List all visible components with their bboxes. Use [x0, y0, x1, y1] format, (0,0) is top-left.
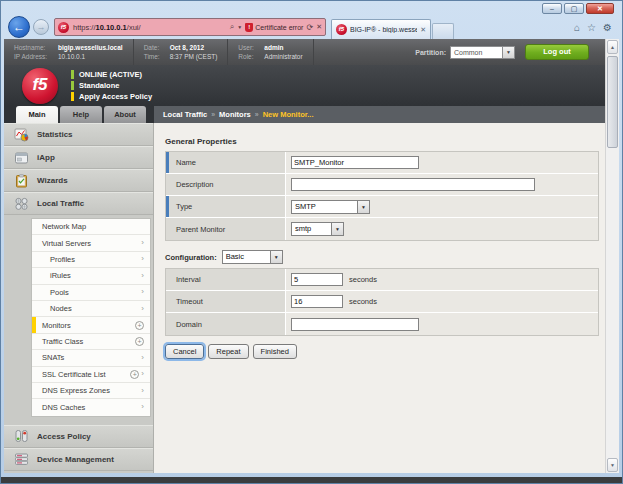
sidebar-item-traffic-class[interactable]: Traffic Class +	[32, 334, 150, 350]
sidebar-item-ssl-certificate-list[interactable]: SSL Certificate List +›	[32, 367, 150, 383]
tab-main[interactable]: Main	[16, 106, 58, 123]
status-online-label: ONLINE (ACTIVE)	[79, 70, 142, 79]
sidebar-item-iapp[interactable]: iApp	[4, 146, 153, 169]
scroll-down-icon[interactable]: ▼	[607, 458, 618, 472]
masthead: f5 ONLINE (ACTIVE) Standalone Apply Acce…	[4, 65, 605, 106]
chevron-right-icon[interactable]: ›	[141, 370, 144, 378]
chevron-down-icon[interactable]: ▼	[331, 222, 344, 236]
chevron-right-icon[interactable]: ›	[141, 354, 144, 362]
time-label: Time:	[144, 53, 166, 61]
table-row-parent-monitor: Parent Monitor smtp ▼	[166, 218, 598, 240]
timeout-input[interactable]	[291, 295, 343, 308]
tab-help[interactable]: Help	[60, 106, 102, 123]
statistics-icon	[14, 128, 29, 142]
repeat-button[interactable]: Repeat	[208, 344, 248, 359]
chevron-right-icon[interactable]: ›	[141, 288, 144, 296]
back-button[interactable]: ←	[8, 16, 30, 38]
device-status-list: ONLINE (ACTIVE) Standalone Apply Access …	[71, 70, 152, 101]
chevron-right-icon[interactable]: ›	[141, 387, 144, 395]
main-content: General Properties Name Description	[154, 123, 605, 473]
chevron-right-icon[interactable]: ›	[141, 403, 144, 411]
type-select[interactable]: SMTP ▼	[291, 200, 370, 214]
breadcrumb-monitors[interactable]: Monitors	[219, 110, 251, 119]
sidebar-item-virtual-servers[interactable]: Virtual Servers ›	[32, 235, 150, 251]
sidebar-item-access-policy[interactable]: Access Policy	[4, 425, 153, 448]
interval-input[interactable]	[291, 273, 343, 286]
site-favicon: f5	[58, 22, 69, 33]
sidebar-item-statistics[interactable]: Statistics	[4, 123, 153, 146]
finished-button[interactable]: Finished	[253, 344, 297, 359]
scrollbar-thumb[interactable]	[607, 56, 618, 148]
status-apply-access-policy-label[interactable]: Apply Access Policy	[79, 92, 152, 101]
browser-tab[interactable]: f5 BIG-IP® - bigip.wesselius.l... ✕	[331, 19, 431, 39]
domain-label: Domain	[166, 313, 286, 335]
url-host: 10.10.0.1	[96, 23, 127, 32]
logout-button[interactable]: Log out	[525, 44, 589, 60]
add-traffic-class-icon[interactable]: +	[135, 337, 144, 346]
forward-button[interactable]: →	[33, 19, 49, 35]
minimize-icon[interactable]: –	[542, 3, 562, 14]
f5-logo[interactable]: f5	[22, 68, 58, 104]
vertical-scrollbar[interactable]: ▲ ▼	[605, 39, 619, 473]
url-scheme: https://	[73, 23, 96, 32]
stop-icon[interactable]: ✕	[316, 23, 322, 31]
chevron-right-icon[interactable]: ›	[141, 255, 144, 263]
chevron-down-icon[interactable]: ▼	[270, 250, 283, 264]
sidebar-item-snats[interactable]: SNATs ›	[32, 350, 150, 366]
add-ssl-certificate-icon[interactable]: +	[130, 370, 139, 379]
chevron-down-icon[interactable]: ▼	[357, 200, 370, 214]
partition-select[interactable]: Common ▼	[450, 46, 515, 59]
home-icon[interactable]: ⌂	[574, 22, 580, 33]
cancel-button[interactable]: Cancel	[165, 344, 204, 359]
breadcrumb-local-traffic[interactable]: Local Traffic	[163, 110, 207, 119]
sidebar-item-local-traffic[interactable]: Local Traffic	[4, 192, 153, 215]
submenu-label: Nodes	[50, 304, 141, 313]
user-value: admin	[264, 44, 283, 52]
chevron-right-icon[interactable]: ›	[141, 305, 144, 313]
sidebar-item-pools[interactable]: Pools ›	[32, 285, 150, 301]
time-value: 8:37 PM (CEST)	[170, 53, 218, 61]
chevron-down-icon[interactable]: ▼	[502, 46, 515, 59]
sidebar-item-dns-caches[interactable]: DNS Caches ›	[32, 399, 150, 415]
sidebar-item-profiles[interactable]: Profiles ›	[32, 252, 150, 268]
type-select-value: SMTP	[291, 200, 357, 214]
user-label: User:	[238, 44, 260, 52]
tab-close-icon[interactable]: ✕	[420, 26, 426, 34]
description-input[interactable]	[291, 178, 535, 191]
domain-input[interactable]	[291, 318, 419, 331]
name-input[interactable]	[291, 156, 419, 169]
submenu-label: Traffic Class	[42, 337, 135, 346]
sidebar-item-device-management[interactable]: Device Management	[4, 448, 153, 471]
access-policy-icon	[14, 429, 29, 443]
sidebar-item-network-map[interactable]: Network Map	[32, 219, 150, 235]
refresh-icon[interactable]: ⟳	[306, 23, 313, 32]
parent-monitor-select[interactable]: smtp ▼	[291, 222, 344, 236]
maximize-icon[interactable]: ▢	[564, 3, 584, 14]
ip-label: IP Address:	[14, 53, 54, 61]
certificate-error-badge[interactable]: ! Certificate error	[245, 23, 303, 32]
settings-icon[interactable]: ⚙	[603, 22, 612, 33]
sidebar-item-irules[interactable]: iRules ›	[32, 268, 150, 284]
new-tab-button[interactable]	[432, 23, 454, 39]
favorites-icon[interactable]: ☆	[587, 22, 596, 33]
sidebar-item-dns-express-zones[interactable]: DNS Express Zones ›	[32, 383, 150, 399]
sidebar-item-wizards[interactable]: Wizards	[4, 169, 153, 192]
sidebar-item-nodes[interactable]: Nodes ›	[32, 301, 150, 317]
user-group: User:admin Role:Administrator	[228, 39, 313, 65]
url-text[interactable]: https://10.10.0.1/xui/	[73, 23, 230, 32]
tab-about[interactable]: About	[104, 106, 146, 123]
chevron-right-icon[interactable]: ›	[141, 239, 144, 247]
scroll-up-icon[interactable]: ▲	[607, 40, 618, 54]
search-dropdown-icon[interactable]: ▼	[237, 24, 242, 30]
submenu-label: Network Map	[42, 222, 144, 231]
title-bar: – ▢ ✕	[1, 1, 622, 15]
close-window-icon[interactable]: ✕	[586, 3, 614, 14]
address-bar[interactable]: f5 https://10.10.0.1/xui/ ⌕ ▼ ! Certific…	[54, 18, 326, 36]
configuration-mode-row: Configuration: Basic ▼	[165, 250, 605, 264]
configuration-select[interactable]: Basic ▼	[222, 250, 283, 264]
sidebar-item-monitors[interactable]: Monitors +	[32, 317, 150, 333]
search-icon[interactable]: ⌕	[230, 22, 234, 32]
window-controls: – ▢ ✕	[542, 3, 614, 14]
chevron-right-icon[interactable]: ›	[141, 272, 144, 280]
add-monitor-icon[interactable]: +	[135, 321, 144, 330]
